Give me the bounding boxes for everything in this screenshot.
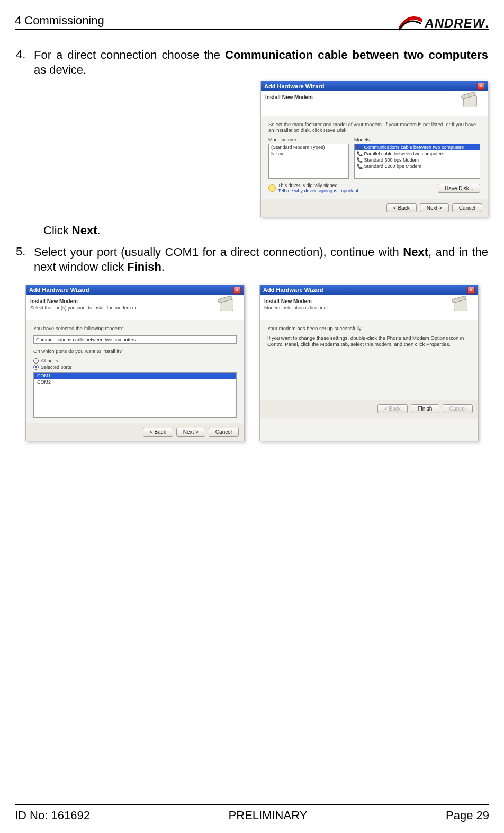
have-disk-button[interactable]: Have Disk... <box>438 184 480 193</box>
list-item[interactable]: 📞 Parallel cable between two computers <box>355 150 480 157</box>
step-4-text: For a direct connection choose the Commu… <box>34 48 488 77</box>
footer-page: Page 29 <box>446 809 489 822</box>
ports-list[interactable]: COM1 COM2 <box>33 372 237 418</box>
list-item[interactable]: 📞 Standard 300 bps Modem <box>355 157 480 163</box>
close-icon[interactable]: × <box>233 287 241 294</box>
brand-logo: ANDREW. <box>398 16 489 31</box>
selected-modem-field: Communications cable between two compute… <box>33 335 237 344</box>
cancel-button[interactable]: Cancel <box>452 203 482 212</box>
wizard-finish: Add Hardware Wizard × Install New Modem … <box>259 285 479 441</box>
models-list[interactable]: 📞 Communications cable between two compu… <box>354 144 480 179</box>
wizard2-subheader: Select the port(s) you want to install t… <box>30 305 219 311</box>
radio-icon <box>33 365 39 370</box>
back-button[interactable]: < Back <box>386 203 417 212</box>
next-button[interactable]: Next > <box>420 203 449 212</box>
section-title: 4 Commissioning <box>15 14 104 28</box>
wizard3-header: Install New Modem <box>264 298 453 304</box>
step-4: 4. For a direct connection choose the Co… <box>16 48 488 217</box>
list-item[interactable]: COM2 <box>34 379 236 385</box>
wizard2-title: Add Hardware Wizard <box>29 287 89 293</box>
wizard-select-port: Add Hardware Wizard × Install New Modem … <box>25 285 245 441</box>
wizard-install-modem-select: Add Hardware Wizard × Install New Modem … <box>260 81 488 217</box>
footer-id: ID No: 161692 <box>15 809 90 822</box>
modem-icon <box>462 94 483 112</box>
page-footer: ID No: 161692 PRELIMINARY Page 29 <box>15 804 489 822</box>
step-5-text: Select your port (usually COM1 for a dir… <box>34 245 488 274</box>
signed-icon <box>268 184 276 192</box>
radio-icon <box>33 358 39 364</box>
finish-success-text: Your modem has been set up successfully. <box>267 325 471 332</box>
wizard2-header: Install New Modem <box>30 298 219 304</box>
manufacturer-label: Manufacturer <box>268 137 349 143</box>
wizard1-title: Add Hardware Wizard <box>264 83 325 90</box>
driver-signed-text: This driver is digitally signed. <box>278 183 436 188</box>
selected-modem-label: You have selected the following modem: <box>33 325 237 331</box>
modem-icon <box>219 298 240 316</box>
list-item[interactable]: 📞 Communications cable between two compu… <box>355 144 480 150</box>
wizard1-instruction: Select the manufacturer and model of you… <box>268 121 480 133</box>
wizard3-title: Add Hardware Wizard <box>263 287 323 293</box>
page-header: 4 Commissioning ANDREW. <box>15 13 489 30</box>
brand-mark-icon <box>398 16 422 31</box>
finish-info-text: If you want to change these settings, do… <box>267 335 471 348</box>
back-button: < Back <box>377 404 408 413</box>
port-question: On which ports do you want to install it… <box>33 348 237 354</box>
brand-name: ANDREW. <box>425 16 489 31</box>
footer-status: PRELIMINARY <box>229 809 308 822</box>
step-5-number: 5. <box>16 245 34 274</box>
finish-button[interactable]: Finish <box>411 404 439 413</box>
signing-info-link[interactable]: Tell me why driver signing is important <box>278 188 436 193</box>
wizard3-subheader: Modem installation is finished! <box>264 305 453 311</box>
step-5: 5. Select your port (usually COM1 for a … <box>16 245 488 274</box>
list-item[interactable]: 📞 Standard 1200 bps Modem <box>355 163 480 170</box>
list-item[interactable]: (Standard Modem Types) <box>269 144 348 150</box>
cancel-button[interactable]: Cancel <box>209 428 239 437</box>
list-item[interactable]: COM1 <box>34 373 236 379</box>
models-label: Models <box>354 137 480 143</box>
back-button[interactable]: < Back <box>143 428 173 437</box>
radio-all-ports[interactable]: All ports <box>33 358 237 364</box>
list-item[interactable]: Nikomi <box>269 150 348 157</box>
next-button[interactable]: Next > <box>176 428 205 437</box>
manufacturer-list[interactable]: (Standard Modem Types) Nikomi <box>268 144 349 179</box>
close-icon[interactable]: × <box>477 83 484 90</box>
wizard1-header: Install New Modem <box>265 94 462 100</box>
close-icon[interactable]: × <box>467 287 475 294</box>
step-4-number: 4. <box>16 48 34 217</box>
cancel-button: Cancel <box>443 404 473 413</box>
radio-selected-ports[interactable]: Selected ports <box>33 365 237 370</box>
click-next-text: Click Next. <box>43 224 488 237</box>
modem-icon <box>453 298 474 316</box>
